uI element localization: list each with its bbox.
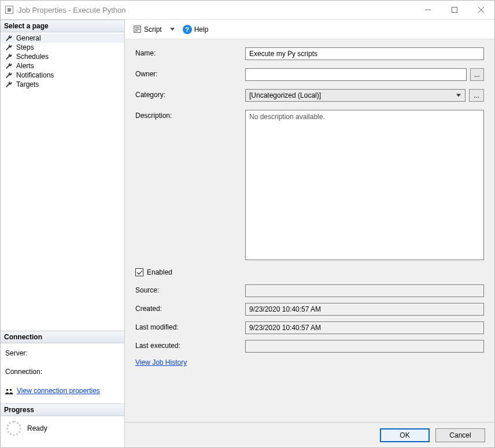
view-connection-properties-link[interactable]: View connection properties: [17, 384, 100, 398]
page-label: General: [16, 34, 41, 42]
page-label: Schedules: [16, 53, 49, 61]
titlebar: Job Properties - Execute Python: [1, 1, 494, 19]
page-targets[interactable]: Targets: [1, 80, 124, 89]
wrench-icon: [5, 35, 13, 42]
spinner-icon: [6, 421, 21, 436]
page-schedules[interactable]: Schedules: [1, 52, 124, 61]
ok-button[interactable]: OK: [380, 428, 430, 442]
close-button[interactable]: [468, 1, 494, 19]
last-executed-field: [245, 340, 484, 353]
svg-point-4: [6, 388, 9, 391]
wrench-icon: [5, 81, 13, 88]
server-label: Server:: [5, 349, 28, 357]
source-field: [245, 284, 484, 297]
last-modified-label: Last modified:: [135, 321, 245, 331]
people-icon: [5, 388, 13, 395]
page-list: General Steps Schedules Alerts Notificat…: [1, 32, 124, 92]
svg-rect-1: [452, 8, 457, 13]
script-icon: [133, 25, 142, 34]
category-select[interactable]: [245, 89, 466, 102]
created-label: Created:: [135, 303, 245, 313]
progress-status: Ready: [27, 424, 47, 432]
sidebar: Select a page General Steps Schedules Al…: [1, 20, 125, 447]
category-label: Category:: [135, 89, 245, 99]
wrench-icon: [5, 72, 13, 79]
created-field: [245, 303, 484, 316]
enabled-checkbox[interactable]: [135, 268, 143, 276]
content: Script ? Help Name: Owner: ...: [125, 20, 494, 447]
page-label: Targets: [16, 80, 39, 88]
connection-panel: Server: Connection: View connection prop…: [1, 343, 124, 403]
toolbar: Script ? Help: [125, 20, 494, 39]
page-steps[interactable]: Steps: [1, 43, 124, 52]
name-input[interactable]: [245, 47, 484, 60]
form: Name: Owner: ... Category: ...: [125, 39, 494, 422]
last-modified-field: [245, 321, 484, 334]
script-button[interactable]: Script: [131, 23, 164, 35]
help-label: Help: [194, 25, 209, 34]
page-alerts[interactable]: Alerts: [1, 61, 124, 71]
wrench-icon: [5, 44, 13, 51]
enabled-label: Enabled: [147, 268, 172, 276]
script-label: Script: [144, 25, 162, 34]
wrench-icon: [5, 53, 13, 61]
help-icon: ?: [183, 25, 192, 34]
view-job-history-link[interactable]: View Job History: [135, 358, 187, 366]
help-button[interactable]: ? Help: [180, 23, 211, 36]
progress-header: Progress: [1, 403, 124, 416]
page-label: Notifications: [16, 71, 54, 79]
app-icon: [5, 6, 13, 14]
owner-label: Owner:: [135, 68, 245, 78]
minimize-button[interactable]: [415, 1, 441, 19]
progress-panel: Ready: [1, 416, 124, 447]
name-label: Name:: [135, 47, 245, 57]
window-title: Job Properties - Execute Python: [18, 6, 125, 14]
category-browse-button[interactable]: ...: [469, 89, 484, 102]
cancel-button[interactable]: Cancel: [435, 428, 485, 442]
script-dropdown-caret[interactable]: [170, 28, 175, 31]
enabled-row[interactable]: Enabled: [135, 268, 484, 276]
select-page-header: Select a page: [1, 20, 124, 32]
page-label: Steps: [16, 43, 34, 51]
last-executed-label: Last executed:: [135, 340, 245, 350]
maximize-button[interactable]: [441, 1, 468, 19]
source-label: Source:: [135, 284, 245, 294]
description-textarea[interactable]: No description available.: [245, 110, 484, 260]
owner-input[interactable]: [245, 68, 467, 81]
connection-header: Connection: [1, 331, 124, 343]
wrench-icon: [5, 62, 13, 70]
description-label: Description:: [135, 110, 245, 120]
page-general[interactable]: General: [1, 34, 124, 43]
button-bar: OK Cancel: [125, 422, 494, 447]
svg-point-5: [10, 388, 12, 391]
owner-browse-button[interactable]: ...: [470, 68, 484, 81]
page-notifications[interactable]: Notifications: [1, 71, 124, 80]
connection-label: Connection:: [5, 368, 42, 376]
page-label: Alerts: [16, 62, 34, 70]
